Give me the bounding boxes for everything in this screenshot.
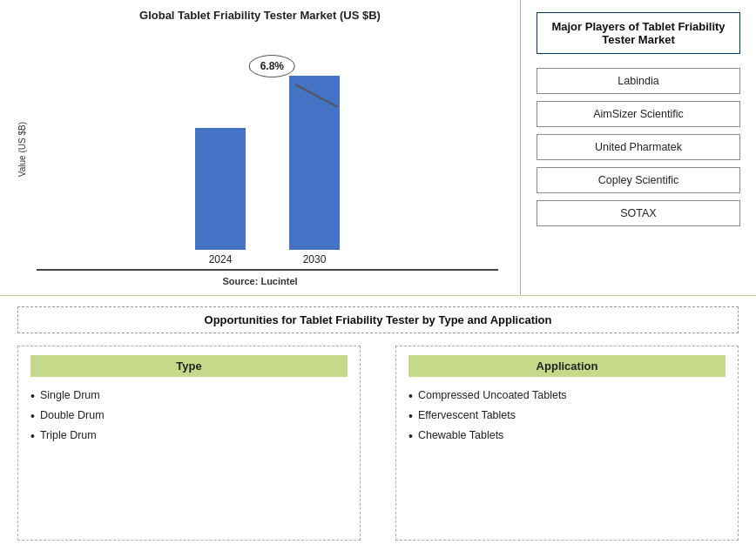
bar-col-2024: 2024 bbox=[195, 128, 246, 265]
players-area: Major Players of Tablet Friability Teste… bbox=[521, 0, 756, 295]
application-column: Application • Compressed Uncoated Tablet… bbox=[395, 346, 739, 541]
app-item-3: • Chewable Tablets bbox=[408, 427, 726, 446]
x-axis-line bbox=[37, 269, 498, 271]
player-united: United Pharmatek bbox=[537, 134, 740, 160]
columns-container: Type • Single Drum • Double Drum • Tripl… bbox=[17, 346, 739, 541]
bullet-4: • bbox=[408, 389, 413, 404]
players-title: Major Players of Tablet Friability Teste… bbox=[537, 12, 740, 54]
type-column: Type • Single Drum • Double Drum • Tripl… bbox=[17, 346, 361, 541]
main-container: Global Tablet Friability Tester Market (… bbox=[0, 0, 756, 551]
bullet-5: • bbox=[408, 409, 413, 424]
y-axis-label: Value (US $B) bbox=[17, 122, 27, 177]
bar-2030 bbox=[289, 76, 340, 250]
source-text: Source: Lucintel bbox=[222, 276, 297, 286]
bottom-section: Opportunities for Tablet Friability Test… bbox=[0, 296, 756, 551]
app-item-2: • Effervescent Tablets bbox=[408, 407, 726, 426]
type-item-3: • Triple Drum bbox=[30, 427, 348, 446]
chart-wrapper: Value (US $B) 6.8% 2024 2030 bbox=[17, 29, 503, 271]
bars-container: 6.8% 2024 2030 bbox=[32, 29, 503, 269]
bullet-6: • bbox=[408, 429, 413, 444]
bullet-3: • bbox=[30, 429, 35, 444]
application-header: Application bbox=[408, 355, 726, 377]
type-header: Type bbox=[30, 355, 348, 377]
type-item-1: • Single Drum bbox=[30, 387, 348, 406]
chart-inner: 6.8% 2024 2030 bbox=[32, 29, 503, 271]
bullet-1: • bbox=[30, 389, 35, 404]
bullet-2: • bbox=[30, 409, 35, 424]
type-item-2: • Double Drum bbox=[30, 407, 348, 426]
opportunities-title: Opportunities for Tablet Friability Test… bbox=[17, 306, 739, 333]
player-aimsizer: AimSizer Scientific bbox=[537, 101, 740, 127]
app-item-1: • Compressed Uncoated Tablets bbox=[408, 387, 726, 406]
top-section: Global Tablet Friability Tester Market (… bbox=[0, 0, 756, 296]
chart-area: Global Tablet Friability Tester Market (… bbox=[0, 0, 521, 295]
bar-label-2024: 2024 bbox=[209, 253, 233, 265]
bar-2024 bbox=[195, 128, 246, 250]
bar-label-2030: 2030 bbox=[303, 253, 327, 265]
player-labindia: Labindia bbox=[537, 68, 740, 94]
annotation-bubble: 6.8% bbox=[249, 55, 295, 77]
player-sotax: SOTAX bbox=[537, 200, 740, 226]
player-copley: Copley Scientific bbox=[537, 167, 740, 193]
chart-title: Global Tablet Friability Tester Market (… bbox=[139, 9, 381, 22]
